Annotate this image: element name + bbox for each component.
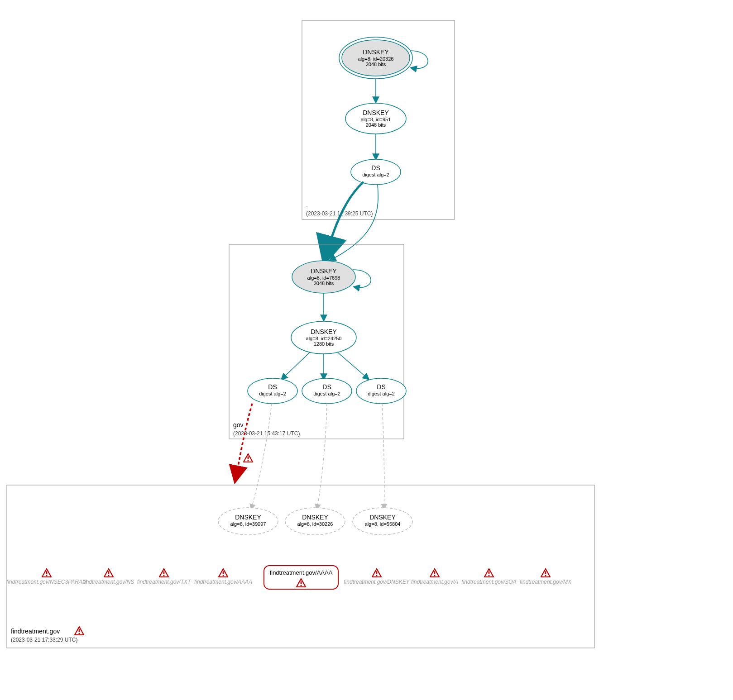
edge-govzsk-ds3 xyxy=(337,352,369,379)
svg-text:digest alg=2: digest alg=2 xyxy=(259,391,286,396)
svg-text:digest alg=2: digest alg=2 xyxy=(313,391,340,396)
node-gov-zsk[interactable]: DNSKEY alg=8, id=24250 1280 bits xyxy=(291,321,356,354)
warn-icon xyxy=(541,569,550,577)
edge-ds2-k2 xyxy=(317,404,327,509)
svg-text:findtreatment.gov/DNSKEY: findtreatment.gov/DNSKEY xyxy=(344,579,410,585)
warn-icon-delegation xyxy=(244,454,253,462)
zone-gov-timestamp: (2023-03-21 15:43:17 UTC) xyxy=(233,430,300,437)
svg-text:digest alg=2: digest alg=2 xyxy=(362,172,389,177)
svg-text:findtreatment.gov/NS: findtreatment.gov/NS xyxy=(83,579,134,585)
node-leaf-k2[interactable]: DNSKEY alg=8, id=30226 xyxy=(285,508,345,535)
svg-text:DS: DS xyxy=(322,383,331,390)
svg-text:findtreatment.gov/MX: findtreatment.gov/MX xyxy=(520,579,572,585)
svg-text:alg=8, id=7698: alg=8, id=7698 xyxy=(307,275,340,281)
svg-text:DNSKEY: DNSKEY xyxy=(363,48,389,56)
svg-text:DS: DS xyxy=(268,383,277,390)
edge-root-ksk-selfloop xyxy=(410,51,428,68)
dnssec-diagram: . (2023-03-21 12:39:25 UTC) DNSKEY alg=8… xyxy=(0,0,733,700)
edge-gov-ksk-selfloop xyxy=(353,270,371,287)
warn-icon xyxy=(219,569,228,577)
rrset-soa[interactable]: findtreatment.gov/SOA xyxy=(461,569,516,585)
edge-gov-leaf-error xyxy=(235,404,252,480)
rrset-aaaa-grey[interactable]: findtreatment.gov/AAAA xyxy=(194,569,252,585)
edge-rootds-govksk-thick xyxy=(326,182,364,258)
warn-icon xyxy=(159,569,168,577)
node-leaf-k3[interactable]: DNSKEY alg=8, id=55804 xyxy=(353,508,412,535)
svg-text:alg=8, id=39097: alg=8, id=39097 xyxy=(230,521,266,527)
svg-text:DNSKEY: DNSKEY xyxy=(235,514,261,521)
svg-text:2048 bits: 2048 bits xyxy=(314,281,334,286)
svg-text:alg=8, id=951: alg=8, id=951 xyxy=(361,117,391,122)
zone-leaf-timestamp: (2023-03-21 17:33:29 UTC) xyxy=(11,637,77,643)
warn-icon xyxy=(430,569,439,577)
svg-text:DS: DS xyxy=(377,383,385,390)
svg-text:findtreatment.gov/AAAA: findtreatment.gov/AAAA xyxy=(270,569,333,576)
warn-icon xyxy=(372,569,381,577)
svg-text:DS: DS xyxy=(371,164,380,171)
svg-text:findtreatment.gov/A: findtreatment.gov/A xyxy=(411,579,458,585)
zone-gov-label: gov xyxy=(233,421,244,429)
warn-icon xyxy=(484,569,493,577)
svg-text:DNSKEY: DNSKEY xyxy=(369,514,396,521)
svg-text:alg=8, id=20326: alg=8, id=20326 xyxy=(358,56,394,62)
svg-text:alg=8, id=24250: alg=8, id=24250 xyxy=(306,336,342,341)
edge-ds3-k3 xyxy=(382,404,384,509)
rrset-txt[interactable]: findtreatment.gov/TXT xyxy=(137,569,192,585)
svg-text:findtreatment.gov/SOA: findtreatment.gov/SOA xyxy=(461,579,516,585)
svg-text:DNSKEY: DNSKEY xyxy=(311,267,337,275)
svg-text:1280 bits: 1280 bits xyxy=(314,341,334,347)
rrset-mx[interactable]: findtreatment.gov/MX xyxy=(520,569,572,585)
svg-text:digest alg=2: digest alg=2 xyxy=(368,391,395,396)
warn-icon-zone-leaf xyxy=(75,627,84,635)
rrset-dnskey[interactable]: findtreatment.gov/DNSKEY xyxy=(344,569,410,585)
svg-text:DNSKEY: DNSKEY xyxy=(363,109,389,116)
svg-text:2048 bits: 2048 bits xyxy=(366,62,386,67)
rrset-aaaa-main[interactable]: findtreatment.gov/AAAA xyxy=(264,566,338,589)
svg-text:alg=8, id=55804: alg=8, id=55804 xyxy=(365,521,401,527)
svg-text:findtreatment.gov/TXT: findtreatment.gov/TXT xyxy=(137,579,192,585)
node-leaf-k1[interactable]: DNSKEY alg=8, id=39097 xyxy=(218,508,278,535)
warn-icon xyxy=(42,569,51,577)
edge-ds1-k1 xyxy=(251,404,272,509)
rrset-nsec3param[interactable]: findtreatment.gov/NSEC3PARAM xyxy=(6,569,87,585)
edge-govzsk-ds1 xyxy=(282,352,310,379)
node-gov-ds1[interactable]: DS digest alg=2 xyxy=(248,378,297,404)
svg-text:findtreatment.gov/NSEC3PARAM: findtreatment.gov/NSEC3PARAM xyxy=(6,579,87,585)
svg-text:DNSKEY: DNSKEY xyxy=(311,328,337,335)
svg-text:DNSKEY: DNSKEY xyxy=(302,514,328,521)
rrset-a[interactable]: findtreatment.gov/A xyxy=(411,569,458,585)
svg-text:alg=8, id=30226: alg=8, id=30226 xyxy=(297,521,333,527)
node-root-ksk[interactable]: DNSKEY alg=8, id=20326 2048 bits xyxy=(339,37,412,79)
zone-root-label: . xyxy=(306,201,308,209)
svg-text:2048 bits: 2048 bits xyxy=(366,122,386,128)
svg-text:findtreatment.gov/AAAA: findtreatment.gov/AAAA xyxy=(194,579,252,585)
node-gov-ds2[interactable]: DS digest alg=2 xyxy=(302,378,352,404)
zone-leaf-label: findtreatment.gov xyxy=(11,628,60,635)
node-root-ds[interactable]: DS digest alg=2 xyxy=(351,159,401,185)
warn-icon xyxy=(104,569,113,577)
node-gov-ds3[interactable]: DS digest alg=2 xyxy=(356,378,406,404)
node-gov-ksk[interactable]: DNSKEY alg=8, id=7698 2048 bits xyxy=(292,261,355,293)
rrset-ns[interactable]: findtreatment.gov/NS xyxy=(83,569,134,585)
node-root-zsk[interactable]: DNSKEY alg=8, id=951 2048 bits xyxy=(345,103,406,134)
